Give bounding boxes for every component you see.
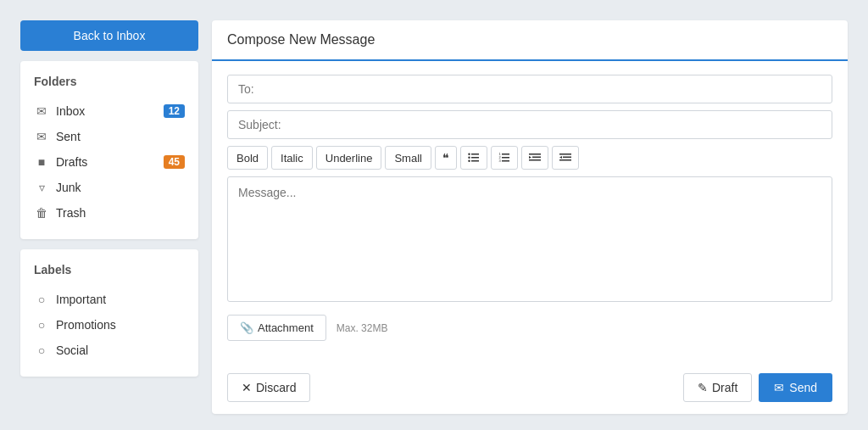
indent-button[interactable]: [521, 146, 548, 170]
drafts-icon: ■: [34, 155, 49, 169]
discard-icon: ✕: [242, 381, 252, 394]
folders-title: Folders: [34, 75, 185, 88]
sidebar-item-drafts[interactable]: ■ Drafts 45: [34, 149, 185, 175]
send-icon: ✉: [774, 381, 784, 394]
send-button[interactable]: ✉ Send: [759, 373, 832, 402]
svg-marker-19: [559, 156, 562, 159]
sidebar-item-trash[interactable]: 🗑 Trash: [34, 200, 185, 226]
inbox-icon: ✉: [34, 104, 49, 118]
sidebar-item-social[interactable]: ○ Social: [34, 338, 185, 363]
right-actions: ✎ Draft ✉ Send: [683, 373, 832, 402]
outdent-button[interactable]: [552, 146, 579, 170]
compose-footer: ✕ Discard ✎ Draft ✉ Send: [212, 361, 848, 414]
inbox-label: Inbox: [56, 104, 85, 118]
sidebar-item-sent[interactable]: ✉ Sent: [34, 124, 185, 149]
compose-header: Compose New Message: [212, 20, 848, 61]
underline-button[interactable]: Underline: [316, 146, 382, 170]
sidebar: Back to Inbox Folders ✉ Inbox 12 ✉ Sent …: [20, 20, 198, 377]
compose-body: Bold Italic Underline Small ❝ 123: [212, 61, 848, 355]
svg-rect-13: [532, 157, 541, 159]
send-label: Send: [789, 381, 817, 394]
svg-marker-15: [529, 156, 531, 159]
back-to-inbox-button[interactable]: Back to Inbox: [20, 20, 198, 51]
folders-panel: Folders ✉ Inbox 12 ✉ Sent ■ Drafts 45 ▿ …: [20, 61, 198, 239]
svg-rect-6: [502, 154, 509, 155]
small-button[interactable]: Small: [385, 146, 431, 170]
app-container: Back to Inbox Folders ✉ Inbox 12 ✉ Sent …: [0, 0, 868, 430]
attachment-label: Attachment: [258, 321, 314, 334]
blockquote-button[interactable]: ❝: [435, 146, 457, 170]
svg-rect-16: [559, 154, 571, 155]
junk-icon: ▿: [34, 181, 49, 194]
svg-rect-14: [529, 159, 541, 161]
svg-point-3: [468, 154, 470, 155]
ordered-list-button[interactable]: 123: [491, 146, 518, 170]
draft-label: Draft: [712, 381, 737, 394]
max-size-label: Max. 32MB: [337, 322, 388, 334]
sidebar-item-important[interactable]: ○ Important: [34, 287, 185, 312]
svg-rect-7: [502, 157, 509, 159]
svg-rect-1: [471, 157, 479, 159]
discard-button[interactable]: ✕ Discard: [227, 373, 310, 402]
svg-point-4: [468, 157, 470, 159]
svg-rect-8: [502, 160, 509, 162]
unordered-list-button[interactable]: [460, 146, 487, 170]
to-field[interactable]: [227, 75, 832, 103]
discard-label: Discard: [256, 381, 296, 394]
compose-panel: Compose New Message Bold Italic Underlin…: [212, 20, 848, 414]
labels-panel: Labels ○ Important ○ Promotions ○ Social: [20, 249, 198, 377]
svg-rect-17: [563, 157, 571, 159]
promotions-icon: ○: [34, 318, 49, 332]
important-icon: ○: [34, 293, 49, 306]
trash-label: Trash: [56, 206, 86, 220]
svg-rect-0: [471, 154, 479, 155]
svg-text:3: 3: [498, 159, 501, 163]
drafts-label: Drafts: [56, 155, 87, 169]
compose-title: Compose New Message: [227, 32, 832, 47]
attachment-icon: 📎: [240, 321, 253, 334]
draft-icon: ✎: [698, 381, 708, 394]
svg-rect-18: [559, 159, 571, 161]
attachment-row: 📎 Attachment Max. 32MB: [227, 315, 832, 341]
drafts-badge: 45: [164, 155, 185, 169]
sent-label: Sent: [56, 130, 81, 143]
sidebar-item-inbox[interactable]: ✉ Inbox 12: [34, 98, 185, 124]
attachment-button[interactable]: 📎 Attachment: [227, 315, 326, 341]
social-icon: ○: [34, 343, 49, 357]
svg-rect-12: [529, 154, 541, 155]
sidebar-item-junk[interactable]: ▿ Junk: [34, 175, 185, 200]
bold-button[interactable]: Bold: [227, 146, 268, 170]
promotions-label: Promotions: [56, 318, 116, 332]
sidebar-item-promotions[interactable]: ○ Promotions: [34, 312, 185, 338]
formatting-toolbar: Bold Italic Underline Small ❝ 123: [227, 146, 832, 170]
svg-point-5: [468, 160, 470, 162]
important-label: Important: [56, 293, 106, 306]
svg-rect-2: [471, 160, 479, 162]
draft-button[interactable]: ✎ Draft: [683, 373, 752, 402]
message-textarea[interactable]: [227, 176, 832, 302]
subject-field[interactable]: [227, 110, 832, 139]
sent-icon: ✉: [34, 130, 49, 143]
junk-label: Junk: [56, 181, 81, 194]
trash-icon: 🗑: [34, 206, 49, 220]
labels-title: Labels: [34, 263, 185, 276]
social-label: Social: [56, 343, 88, 357]
italic-button[interactable]: Italic: [271, 146, 313, 170]
inbox-badge: 12: [164, 104, 185, 118]
